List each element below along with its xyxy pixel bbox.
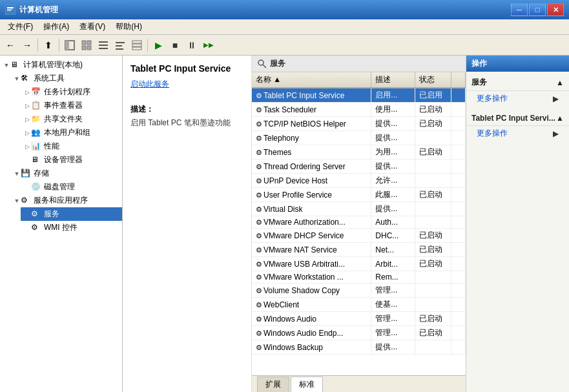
table-row[interactable]: ⚙WebClient使基...	[252, 298, 466, 312]
tree-event-viewer[interactable]: ▷ 📋 事件查看器	[21, 99, 122, 112]
col-header-name[interactable]: 名称 ▲	[252, 72, 371, 88]
service-status-cell: 已启动	[415, 326, 451, 340]
view1-button[interactable]	[79, 37, 94, 53]
pause-button[interactable]: ⏸	[184, 37, 200, 53]
start-service-link[interactable]: 启动此服务	[130, 79, 243, 90]
service-extra-cell	[451, 131, 465, 145]
forward-button[interactable]: →	[19, 37, 35, 53]
table-row[interactable]: ⚙Themes为用...已启动	[252, 145, 466, 160]
tree-wmi[interactable]: ⚙ WMI 控件	[21, 221, 122, 234]
tree-root-label: 计算机管理(本地)	[23, 59, 83, 70]
table-row[interactable]: ⚙Task Scheduler使用...已启动	[252, 103, 466, 117]
service-desc-label: 描述：	[130, 104, 243, 115]
service-extra-cell	[451, 271, 465, 284]
table-row[interactable]: ⚙VMware NAT ServiceNet...已启动	[252, 243, 466, 257]
menu-file[interactable]: 文件(F)	[3, 20, 38, 34]
tree-toggle-perf[interactable]: ▷	[23, 143, 31, 150]
wmi-icon: ⚙	[31, 223, 41, 233]
tree-services-apps[interactable]: ▼ ⚙ 服务和应用程序	[10, 194, 122, 207]
actions-more-tablet[interactable]: 更多操作 ▶	[466, 126, 569, 141]
service-desc-cell: 提供...	[371, 117, 415, 131]
minimize-button[interactable]: ─	[511, 3, 528, 16]
show-hide-button[interactable]	[62, 37, 78, 53]
tab-expand[interactable]: 扩展	[257, 377, 289, 392]
tree-toggle-task[interactable]: ▷	[23, 88, 31, 96]
tree-local-users[interactable]: ▷ 👥 本地用户和组	[21, 126, 122, 139]
system-tools-icon: 🛠	[21, 74, 31, 84]
tree-disk-mgmt[interactable]: 💿 磁盘管理	[21, 180, 122, 194]
tree-storage[interactable]: ▼ 💾 存储	[10, 167, 122, 180]
table-row[interactable]: ⚙Thread Ordering Server提供...	[252, 160, 466, 174]
col-header-extra[interactable]	[451, 72, 465, 88]
window-title: 计算机管理	[19, 5, 511, 15]
service-name-cell: ⚙Windows Audio	[252, 312, 371, 326]
table-row[interactable]: ⚙VMware Workstation ...Rem...	[252, 271, 466, 284]
table-row[interactable]: ⚙Windows Backup提供...	[252, 340, 466, 355]
service-extra-cell	[451, 117, 465, 131]
service-status-cell: 已启动	[415, 117, 451, 131]
tree-toggle-event[interactable]: ▷	[23, 102, 31, 110]
table-row[interactable]: ⚙Virtual Disk提供...	[252, 202, 466, 216]
view4-button[interactable]	[129, 37, 145, 53]
svg-rect-16	[132, 41, 141, 43]
search-label: 服务	[270, 58, 285, 69]
col-header-desc[interactable]: 描述	[371, 72, 415, 88]
table-row[interactable]: ⚙Tablet PC Input Service启用...已启用	[252, 88, 466, 103]
tab-standard[interactable]: 标准	[291, 377, 323, 392]
tree-root[interactable]: ▼ 🖥 计算机管理(本地)	[0, 58, 122, 72]
service-row-icon: ⚙	[256, 232, 262, 240]
service-name-cell: ⚙Virtual Disk	[252, 202, 371, 216]
table-row[interactable]: ⚙VMware USB Arbitrati...Arbit...已启动	[252, 257, 466, 271]
tree-toggle-storage[interactable]: ▼	[13, 170, 21, 178]
svg-rect-7	[87, 41, 91, 45]
table-row[interactable]: ⚙TCP/IP NetBIOS Helper提供...已启动	[252, 117, 466, 131]
tree-toggle-system[interactable]: ▼	[13, 75, 21, 83]
tree-shared-folders[interactable]: ▷ 📁 共享文件夹	[21, 112, 122, 126]
menu-action[interactable]: 操作(A)	[38, 20, 74, 34]
tree-task-scheduler[interactable]: ▷ 📅 任务计划程序	[21, 85, 122, 99]
table-row[interactable]: ⚙UPnP Device Host允许...	[252, 174, 466, 188]
tree-toggle-svcapp[interactable]: ▼	[13, 197, 21, 205]
service-name-cell: ⚙Task Scheduler	[252, 103, 371, 117]
menu-view[interactable]: 查看(V)	[74, 20, 110, 34]
svg-rect-14	[116, 45, 122, 46]
disk-icon: 💿	[31, 182, 41, 192]
table-row[interactable]: ⚙Windows Audio管理...已启动	[252, 312, 466, 326]
service-name-cell: ⚙WebClient	[252, 298, 371, 312]
svg-rect-18	[132, 47, 141, 50]
tree-toggle-users[interactable]: ▷	[23, 129, 31, 137]
maximize-button[interactable]: □	[529, 3, 546, 16]
table-row[interactable]: ⚙VMware DHCP ServiceDHC...已启动	[252, 229, 466, 243]
stop-button[interactable]: ■	[167, 37, 183, 53]
actions-group-title-tablet: Tablet PC Input Servi... ▲	[466, 111, 569, 126]
tree-services[interactable]: ⚙ 服务	[21, 207, 122, 221]
up-button[interactable]: ⬆	[41, 37, 56, 53]
tree-performance[interactable]: ▷ 📊 性能	[21, 139, 122, 153]
play-button[interactable]: ▶	[150, 37, 166, 53]
view3-button[interactable]	[112, 37, 128, 53]
service-extra-cell	[451, 202, 465, 216]
service-status-cell	[415, 216, 451, 229]
view2-button[interactable]	[96, 37, 111, 53]
menu-help[interactable]: 帮助(H)	[110, 20, 147, 34]
back-button[interactable]: ←	[3, 37, 18, 53]
tree-device-manager[interactable]: 🖥 设备管理器	[21, 153, 122, 167]
service-status-cell: 已启动	[415, 257, 451, 271]
service-extra-cell	[451, 326, 465, 340]
close-button[interactable]: ✕	[547, 3, 564, 16]
actions-more-services[interactable]: 更多操作 ▶	[466, 91, 569, 106]
services-list-table: 名称 ▲ 描述 状态 ⚙Tablet PC Input Service启用...…	[252, 72, 466, 355]
table-row[interactable]: ⚙User Profile Service此服...已启动	[252, 188, 466, 202]
table-row[interactable]: ⚙VMware Authorization...Auth...	[252, 216, 466, 229]
tree-toggle-shared[interactable]: ▷	[23, 116, 31, 123]
tree-toggle-root[interactable]: ▼	[3, 61, 10, 69]
restart-button[interactable]: ▶▶	[201, 37, 216, 53]
tree-system-tools[interactable]: ▼ 🛠 系统工具	[10, 72, 122, 85]
table-row[interactable]: ⚙Windows Audio Endp...管理...已启动	[252, 326, 466, 340]
service-detail-panel: Tablet PC Input Service 启动此服务 描述： 启用 Tab…	[123, 56, 252, 392]
table-row[interactable]: ⚙Telephony提供...	[252, 131, 466, 145]
col-header-status[interactable]: 状态	[415, 72, 451, 88]
table-row[interactable]: ⚙Volume Shadow Copy管理...	[252, 284, 466, 298]
tree-wmi-label: WMI 控件	[44, 222, 78, 233]
tree-event-label: 事件查看器	[44, 100, 83, 111]
